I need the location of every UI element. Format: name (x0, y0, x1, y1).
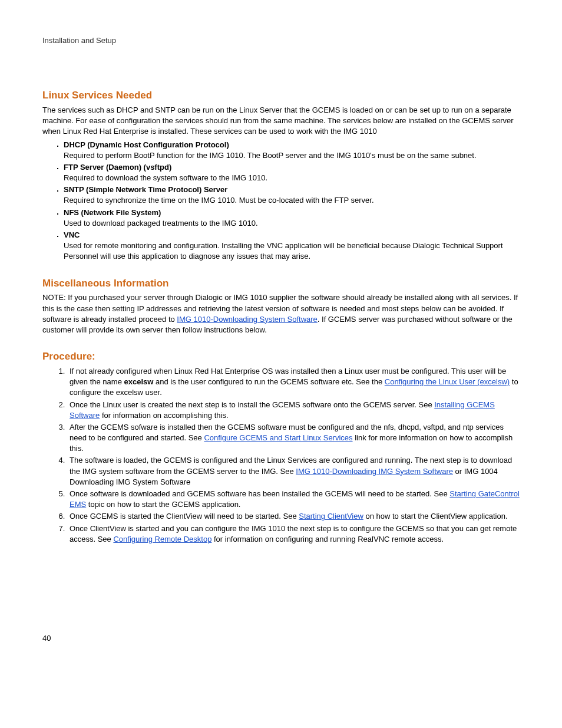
linux-intro: The services such as DHCP and SNTP can b… (42, 105, 520, 137)
procedure-list: If not already configured when Linux Red… (42, 366, 520, 545)
procedure-step: If not already configured when Linux Red… (67, 366, 520, 398)
procedure-step: Once GCEMS is started the ClientView wil… (67, 511, 520, 522)
list-item: NFS (Network File System)Used to downloa… (64, 207, 520, 229)
link-configure-linux-user[interactable]: Configuring the Linux User (excelsw) (385, 377, 510, 386)
page-header: Installation and Setup (42, 35, 520, 46)
item-title: NFS (Network File System) (64, 208, 161, 217)
section-misc: Miscellaneous Information NOTE: If you p… (42, 276, 520, 336)
link-start-clientview[interactable]: Starting ClientView (299, 512, 363, 521)
procedure-step: Once the Linux user is created the next … (67, 400, 520, 421)
link-configure-gcems-services[interactable]: Configure GCEMS and Start Linux Services (204, 433, 352, 442)
procedure-step: Once ClientView is started and you can c… (67, 523, 520, 545)
step-text: Once GCEMS is started the ClientView wil… (70, 512, 299, 521)
page-number: 40 (42, 633, 520, 644)
item-title: VNC (64, 230, 80, 239)
item-desc: Required to download the system software… (64, 173, 267, 182)
procedure-step: After the GCEMS sofware is installed the… (67, 422, 520, 454)
misc-paragraph: NOTE: If you purchased your server throu… (42, 292, 520, 335)
procedure-step: The software is loaded, the GCEMS is con… (67, 455, 520, 487)
list-item: FTP Server (Daemon) (vsftpd)Required to … (64, 162, 520, 183)
list-item: VNCUsed for remote monitoring and config… (64, 230, 520, 262)
step-text: and is the user configured to run the GC… (153, 377, 384, 386)
item-title: SNTP (Simple Network Time Protocol) Serv… (64, 185, 227, 194)
item-title: FTP Server (Daemon) (vsftpd) (64, 163, 171, 172)
step-text: for information on accomplishing this. (100, 411, 228, 420)
item-desc: Used to download packaged treatments to … (64, 219, 258, 228)
section-linux-services: Linux Services Needed The services such … (42, 88, 520, 262)
procedure-step: Once software is downloaded and GCEMS so… (67, 489, 520, 510)
item-desc: Required to synchronize the time on the … (64, 196, 374, 205)
link-download-img-software[interactable]: IMG 1010-Downloading IMG System Software (296, 467, 453, 476)
list-item: SNTP (Simple Network Time Protocol) Serv… (64, 185, 520, 206)
step-text: on how to start the ClientView applicati… (363, 512, 508, 521)
item-desc: Used for remote monitoring and configura… (64, 241, 503, 261)
link-configure-remote-desktop[interactable]: Configuring Remote Desktop (113, 535, 211, 543)
item-title: DHCP (Dynamic Host Configuration Protoco… (64, 140, 229, 149)
heading-linux-services: Linux Services Needed (42, 88, 520, 103)
step-text: Once the Linux user is created the next … (70, 400, 434, 409)
linux-services-list: DHCP (Dynamic Host Configuration Protoco… (42, 140, 520, 262)
step-text: topic on how to start the GCEMS applicat… (86, 500, 240, 509)
item-desc: Required to perform BootP function for t… (64, 151, 477, 160)
step-bold: excelsw (124, 377, 154, 386)
step-text: Once software is downloaded and GCEMS so… (70, 489, 449, 498)
step-text: for information on configuring and runni… (211, 535, 444, 543)
list-item: DHCP (Dynamic Host Configuration Protoco… (64, 140, 520, 161)
heading-procedure: Procedure: (42, 350, 520, 364)
section-procedure: Procedure: If not already configured whe… (42, 350, 520, 545)
link-img1010-download[interactable]: IMG 1010-Downloading System Software (177, 315, 317, 324)
heading-misc: Miscellaneous Information (42, 276, 520, 291)
